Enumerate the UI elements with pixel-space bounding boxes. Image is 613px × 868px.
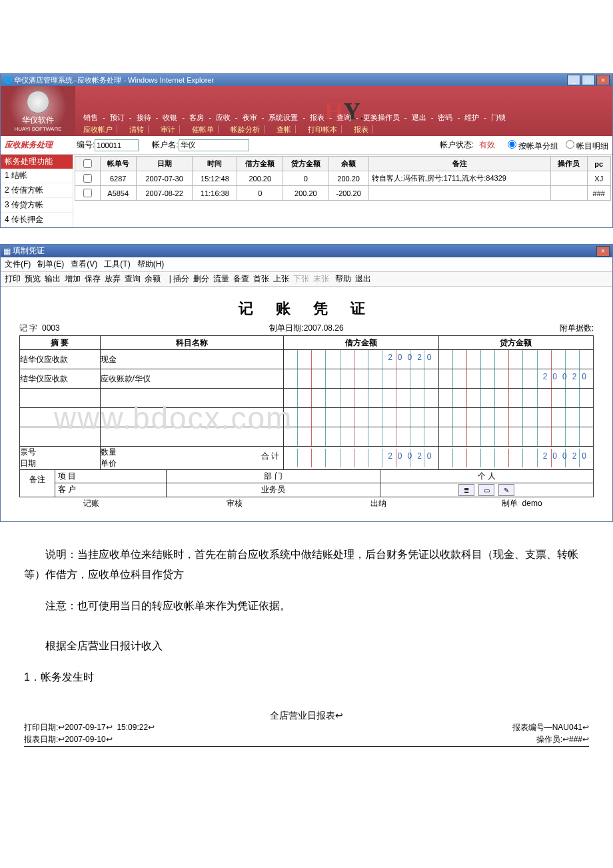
- tb-button[interactable]: 余额: [145, 274, 161, 283]
- action-icons[interactable]: ≣ ▭ ✎: [458, 484, 514, 496]
- min-button[interactable]: _: [567, 75, 580, 85]
- submenu-item[interactable]: 查帐: [273, 125, 296, 133]
- sidebar-item[interactable]: 2 传借方帐: [1, 183, 73, 198]
- menu-item[interactable]: 收银: [163, 113, 177, 121]
- tool-icon[interactable]: ✎: [498, 484, 514, 496]
- radio-group[interactable]: 按帐单分组: [504, 138, 558, 152]
- sub-menu[interactable]: 应收帐户清转审计催帐单帐龄分析查帐打印帐本报表: [75, 125, 377, 135]
- tb-button[interactable]: 打印: [5, 274, 21, 283]
- voucher-row[interactable]: 结华仪应收款现金20020: [20, 350, 594, 369]
- list-icon[interactable]: ≣: [458, 484, 474, 496]
- submenu-item[interactable]: 清转: [125, 125, 149, 133]
- menu-item[interactable]: 帮助(H): [137, 259, 165, 269]
- qty-label: 数量: [101, 447, 117, 457]
- tb-button[interactable]: 预览: [25, 274, 41, 283]
- voucher-row[interactable]: [20, 389, 594, 408]
- voucher-close-button[interactable]: ×: [596, 246, 610, 257]
- submenu-item[interactable]: 打印帐本: [304, 125, 342, 133]
- menu-item[interactable]: 查看(V): [71, 259, 97, 269]
- close-button[interactable]: ×: [596, 75, 610, 85]
- submenu-item[interactable]: 审计: [157, 125, 180, 133]
- voucher-table[interactable]: 摘 要 科目名称 借方金额 贷方金额 结华仪应收款现金20020结华仪应收款应收…: [19, 335, 594, 497]
- tb-button[interactable]: 输出: [45, 274, 61, 283]
- grid-header: 时间: [193, 157, 237, 171]
- explain-2: 注意：也可使用当日的转应收帐单来作为凭证依据。: [24, 596, 589, 616]
- voucher-row[interactable]: 结华仪应收款应收账款/华仪20020: [20, 369, 594, 389]
- tb-button[interactable]: 查询: [125, 274, 141, 283]
- menu-item[interactable]: 系统设置: [269, 113, 298, 121]
- menu-item[interactable]: 夜审: [243, 113, 257, 121]
- col-debit: 借方金额: [284, 336, 438, 350]
- tb-button[interactable]: 删分: [193, 274, 209, 283]
- voucher-window-title: 填制凭证: [13, 245, 45, 257]
- submenu-item[interactable]: 帐龄分析: [227, 125, 265, 133]
- menu-item[interactable]: 维护: [464, 113, 479, 121]
- main-menu[interactable]: 销售 - 预订 - 接待 - 收银 - 客房 - 应收 - 夜审 - 系统设置 …: [75, 111, 514, 124]
- remark-label: 备注: [20, 470, 55, 497]
- window-title: 华仪酒店管理系统--应收帐务处理 - Windows Internet Expl…: [14, 75, 214, 85]
- doc-icon: ▦: [3, 247, 11, 256]
- menu-item[interactable]: 密码: [438, 113, 452, 121]
- submenu-item[interactable]: 报表: [350, 125, 373, 133]
- tb-button[interactable]: 流量: [213, 274, 229, 283]
- grid-header: pc: [587, 157, 610, 171]
- explain-1: 说明：当挂应收单位来结账时，首先在前台应收系统中做结账处理，后台财务凭证以收款科…: [24, 545, 589, 585]
- menu-item[interactable]: 制单(E): [37, 259, 64, 269]
- sidebar-item[interactable]: 1 结帐: [1, 169, 73, 183]
- report: 全店营业日报表↩ 打印日期:↩2007-09-17↩ 15:09:22↩ 报表编…: [0, 710, 613, 747]
- menu-item[interactable]: 预订: [110, 113, 125, 121]
- max-button[interactable]: □: [582, 75, 595, 85]
- menu-item[interactable]: 接待: [137, 113, 151, 121]
- menu-item[interactable]: 应收: [216, 113, 231, 121]
- tb-button-disabled: 下张: [293, 274, 309, 283]
- tb-button[interactable]: 备查: [233, 274, 249, 283]
- tb-button[interactable]: 插分: [173, 274, 189, 283]
- report-no: 报表编号—NAU041↩: [512, 722, 589, 733]
- menu-item[interactable]: 文件(F): [5, 259, 31, 269]
- menu-item[interactable]: 报表: [310, 113, 324, 121]
- submenu-item[interactable]: 应收帐户: [79, 125, 117, 133]
- sales-label: 业务员: [166, 483, 379, 497]
- num-input[interactable]: [95, 139, 139, 151]
- menu-item[interactable]: 退出: [412, 113, 426, 121]
- radio-detail[interactable]: 帐目明细: [562, 138, 608, 152]
- grid-header: 日期: [136, 157, 193, 171]
- sidebar-item[interactable]: 3 传贷方帐: [1, 198, 73, 213]
- submenu-item[interactable]: 催帐单: [188, 125, 219, 133]
- tb-button[interactable]: 放弃: [105, 274, 121, 283]
- explain-3: 根据全店营业日报计收入: [24, 636, 589, 656]
- sidebar: 帐务处理功能 1 结帐2 传借方帐3 传贷方帐4 传长押金: [1, 155, 73, 227]
- voucher-menubar[interactable]: 文件(F)制单(E)查看(V)工具(T)帮助(H): [1, 257, 612, 272]
- col-subject: 科目名称: [100, 336, 284, 350]
- menu-item[interactable]: 客房: [189, 113, 204, 121]
- tb-button[interactable]: 退出: [355, 274, 371, 283]
- logo-icon: [27, 91, 49, 113]
- explain-4: 1．帐务发生时: [24, 667, 589, 687]
- name-input[interactable]: [179, 139, 249, 151]
- table-row[interactable]: 62872007-07-3015:12:48200.200200.20转自客人:…: [75, 171, 611, 186]
- tb-button[interactable]: 保存: [85, 274, 101, 283]
- menu-item[interactable]: 工具(T): [104, 259, 130, 269]
- voucher-row[interactable]: [20, 427, 594, 447]
- bill-table: 帐单号日期时间借方金额贷方金额余额备注操作员pc 62872007-07-301…: [75, 156, 611, 201]
- menu-item[interactable]: 查询: [336, 113, 351, 121]
- tb-button[interactable]: 增加: [65, 274, 81, 283]
- menu-item[interactable]: 更换操作员: [363, 113, 400, 121]
- voucher-toolbar[interactable]: 打印预览输出增加保存放弃查询余额 | 插分删分流量备查首张上张下张末张 帮助退出: [1, 272, 612, 287]
- tb-button[interactable]: 帮助: [335, 274, 351, 283]
- grid-header: 借方金额: [237, 157, 283, 171]
- tb-button[interactable]: 首张: [253, 274, 269, 283]
- sidebar-item[interactable]: 4 传长押金: [1, 213, 73, 227]
- sum-label: 合 计: [257, 447, 283, 469]
- brand-cn: 华仪软件: [22, 115, 54, 126]
- tb-button[interactable]: 上张: [273, 274, 289, 283]
- voucher-row[interactable]: [20, 408, 594, 427]
- report-date: 报表日期:↩2007-09-10↩: [24, 734, 113, 745]
- num-label: 编号:: [77, 139, 95, 151]
- menu-item[interactable]: 销售: [83, 113, 98, 121]
- brand-en: HUAYI SOFTWARE: [14, 126, 61, 132]
- grid-header: 贷方金额: [283, 157, 329, 171]
- menu-item[interactable]: 门锁: [491, 113, 506, 121]
- table-row[interactable]: A58542007-08-2211:16:380200.20-200.20###: [75, 186, 611, 201]
- card-icon[interactable]: ▭: [478, 484, 494, 496]
